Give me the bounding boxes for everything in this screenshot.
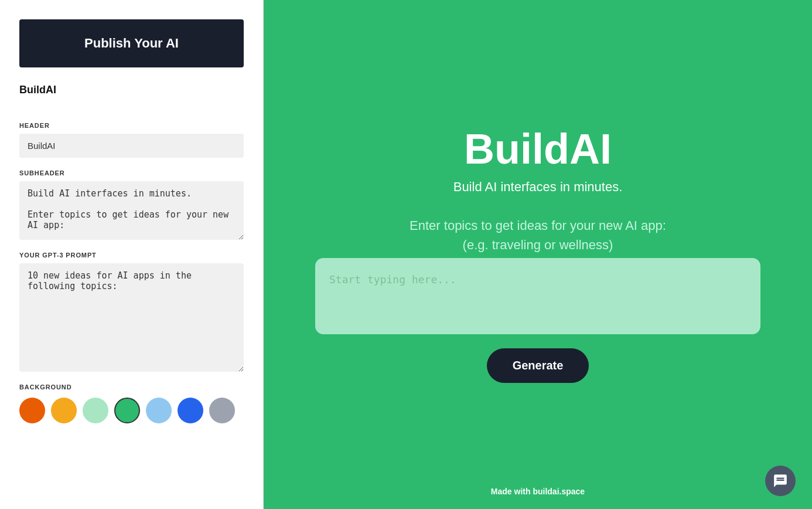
chat-icon bbox=[773, 473, 788, 488]
chat-bubble-button[interactable] bbox=[765, 466, 796, 496]
preview-input[interactable] bbox=[315, 258, 760, 334]
preview-prompt-label: Enter topics to get ideas for your new A… bbox=[410, 216, 666, 254]
color-swatch-yellow[interactable] bbox=[51, 398, 77, 423]
color-swatch-blue[interactable] bbox=[178, 398, 203, 423]
header-label: HEADER bbox=[19, 122, 244, 129]
subheader-label: SUBHEADER bbox=[19, 169, 244, 177]
generate-button[interactable]: Generate bbox=[487, 348, 589, 383]
preview-title: BuildAI bbox=[464, 126, 612, 172]
left-panel: Publish Your AI BuildAI HEADER SUBHEADER… bbox=[0, 0, 264, 509]
publish-button[interactable]: Publish Your AI bbox=[19, 19, 244, 67]
color-swatches bbox=[19, 398, 244, 423]
footer-text: Made with buildai.space bbox=[491, 487, 585, 496]
app-name-label: BuildAI bbox=[19, 84, 244, 96]
preview-subheader-line1: Build AI interfaces in minutes. bbox=[453, 179, 623, 195]
subheader-input[interactable]: Build AI interfaces in minutes. Enter to… bbox=[19, 181, 244, 240]
color-swatch-light-green[interactable] bbox=[83, 398, 108, 423]
background-label: BACKGROUND bbox=[19, 384, 244, 391]
preview-panel: BuildAI Build AI interfaces in minutes. … bbox=[264, 0, 812, 509]
header-input[interactable] bbox=[19, 134, 244, 158]
prompt-label: YOUR GPT-3 PROMPT bbox=[19, 252, 244, 259]
prompt-input[interactable]: 10 new ideas for AI apps in the followin… bbox=[19, 263, 244, 372]
color-swatch-green[interactable] bbox=[114, 398, 140, 423]
color-swatch-light-blue[interactable] bbox=[146, 398, 172, 423]
color-swatch-orange[interactable] bbox=[19, 398, 45, 423]
preview-subheader: Build AI interfaces in minutes. bbox=[453, 179, 623, 195]
color-swatch-gray[interactable] bbox=[209, 398, 235, 423]
